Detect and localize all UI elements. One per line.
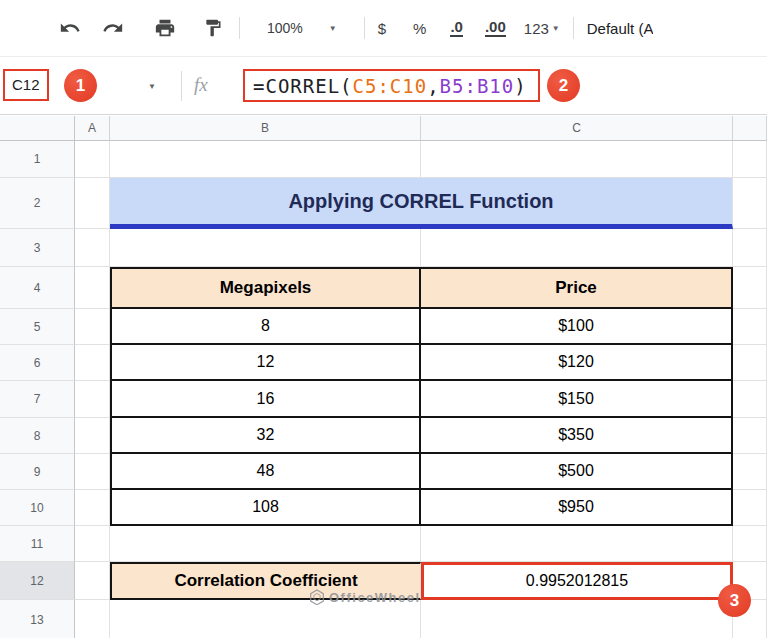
cell-c13[interactable] [421,600,733,638]
cell-a3[interactable] [75,229,110,267]
cell-c8[interactable]: $350 [421,418,733,454]
cell-a8[interactable] [75,418,110,454]
cell-d3[interactable] [733,229,767,267]
sheet-row: 13 [0,600,767,638]
row-header-12[interactable]: 12 [0,562,75,600]
cell-c7[interactable]: $150 [421,381,733,418]
cell-c11[interactable] [421,526,733,562]
cell-b11[interactable] [110,526,421,562]
sheet-row: 1 [0,141,767,178]
sheet-row: 5 8 $100 [0,309,767,345]
cell-b9[interactable]: 48 [110,454,421,490]
cell-a5[interactable] [75,309,110,345]
row-header-3[interactable]: 3 [0,229,75,267]
row-header-5[interactable]: 5 [0,309,75,345]
cell-a10[interactable] [75,490,110,526]
formula-range-2: B5:B10 [440,75,515,97]
paint-format-button[interactable] [200,15,226,41]
cell-d7[interactable] [733,381,767,418]
cell-a12[interactable] [75,562,110,600]
cell-a7[interactable] [75,381,110,418]
row-header-7[interactable]: 7 [0,381,75,418]
cell-d10[interactable] [733,490,767,526]
row-header-4[interactable]: 4 [0,267,75,309]
increase-decimal-button[interactable]: .00 [485,19,506,37]
cell-c6[interactable]: $120 [421,345,733,381]
cell-c9[interactable]: $500 [421,454,733,490]
redo-icon [102,17,124,39]
name-box-dropdown-icon[interactable]: ▼ [148,82,156,91]
cell-d8[interactable] [733,418,767,454]
font-select[interactable]: Default (A [587,20,654,37]
select-all-corner[interactable] [0,116,75,141]
cell-a9[interactable] [75,454,110,490]
sheet-row: 8 32 $350 [0,418,767,454]
cell-c10[interactable]: $950 [421,490,733,526]
more-formats-label: 123 [524,20,549,37]
cell-b7[interactable]: 16 [110,381,421,418]
formula-bar-separator [181,71,182,101]
cell-a1[interactable] [75,141,110,178]
formula-comma: , [427,75,439,97]
sheet-row: 9 48 $500 [0,454,767,490]
print-icon [154,17,176,39]
cell-d11[interactable] [733,526,767,562]
formula-input[interactable]: =CORREL(C5:C10,B5:B10) [243,69,540,102]
column-header-c[interactable]: C [421,116,733,141]
step-1-badge: 1 [64,69,97,102]
zoom-select[interactable]: 100% ▼ [253,20,351,36]
watermark: OfficeWheel [310,589,421,605]
chevron-down-icon: ▼ [552,24,560,33]
cell-a4[interactable] [75,267,110,309]
title-cell-b2-c2[interactable]: Applying CORREL Function [110,178,733,229]
cell-c12-selected[interactable]: 0.9952012815 [421,562,733,600]
redo-button[interactable] [100,15,126,41]
cell-b3[interactable] [110,229,421,267]
toolbar-separator [573,17,574,39]
row-header-6[interactable]: 6 [0,345,75,381]
cell-c3[interactable] [421,229,733,267]
cell-a6[interactable] [75,345,110,381]
row-header-11[interactable]: 11 [0,526,75,562]
column-header-rest [733,116,767,141]
zoom-value: 100% [267,20,303,36]
cell-d2[interactable] [733,178,767,229]
row-header-8[interactable]: 8 [0,418,75,454]
cell-d6[interactable] [733,345,767,381]
cell-a2[interactable] [75,178,110,229]
cell-b8[interactable]: 32 [110,418,421,454]
cell-a13[interactable] [75,600,110,638]
cell-d1[interactable] [733,141,767,178]
decrease-decimal-button[interactable]: .0 [450,19,463,37]
formula-bar: C12 1 ▼ fx =CORREL(C5:C10,B5:B10) 2 [0,57,767,115]
cell-b4[interactable]: Megapixels [110,267,421,309]
cell-b6[interactable]: 12 [110,345,421,381]
row-header-13[interactable]: 13 [0,600,75,638]
google-sheets-window: 100% ▼ $ % .0 .00 123 ▼ Default (A C12 1… [0,0,767,638]
print-button[interactable] [152,15,178,41]
format-currency-button[interactable]: $ [378,20,386,37]
cell-b5[interactable]: 8 [110,309,421,345]
row-header-10[interactable]: 10 [0,490,75,526]
cell-d4[interactable] [733,267,767,309]
cell-d9[interactable] [733,454,767,490]
cell-d5[interactable] [733,309,767,345]
cell-a11[interactable] [75,526,110,562]
row-header-2[interactable]: 2 [0,178,75,229]
column-header-a[interactable]: A [75,116,110,141]
cell-b10[interactable]: 108 [110,490,421,526]
row-header-9[interactable]: 9 [0,454,75,490]
cell-c1[interactable] [421,141,733,178]
column-header-b[interactable]: B [110,116,421,141]
cell-b13[interactable] [110,600,421,638]
more-formats-button[interactable]: 123 ▼ [524,20,560,37]
toolbar-separator [364,17,365,39]
cell-c4[interactable]: Price [421,267,733,309]
name-box[interactable]: C12 [3,69,49,101]
cell-c5[interactable]: $100 [421,309,733,345]
undo-button[interactable] [57,15,83,41]
format-percent-button[interactable]: % [413,20,426,37]
cell-b1[interactable] [110,141,421,178]
sheet-row: 10 108 $950 [0,490,767,526]
row-header-1[interactable]: 1 [0,141,75,178]
